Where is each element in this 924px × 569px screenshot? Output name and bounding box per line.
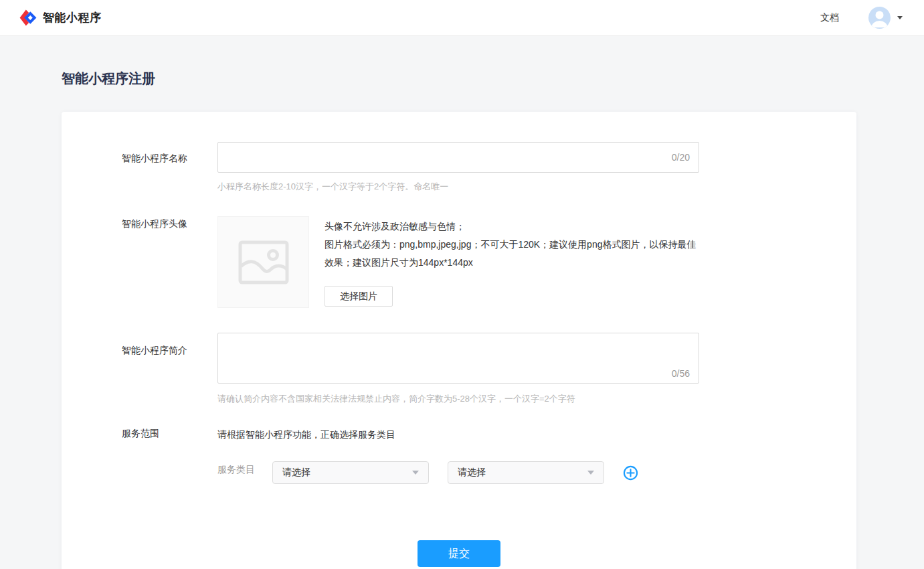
choose-image-button[interactable]: 选择图片 [325,286,393,307]
main-content: 智能小程序注册 智能小程序名称 0/20 小程序名称长度2-10汉字，一个汉字等… [0,70,924,569]
avatar-rule-line: 头像不允许涉及政治敏感与色情； [325,218,697,236]
brand-title: 智能小程序 [43,10,102,25]
brand: 智能小程序 [19,9,102,27]
category-label: 服务类目 [217,461,255,476]
intro-hint: 请确认简介内容不含国家相关法律法规禁止内容，简介字数为5-28个汉字，一个汉字=… [217,393,699,405]
submit-button[interactable]: 提交 [418,540,500,567]
form-row-name: 智能小程序名称 0/20 小程序名称长度2-10汉字，一个汉字等于2个字符。命名… [122,142,856,193]
image-placeholder-icon [238,240,290,285]
header-actions: 文档 [820,7,903,29]
avatar-label: 智能小程序头像 [122,216,217,308]
form-row-scope: 服务范围 请根据智能小程序功能，正确选择服务类目 服务类目 请选择 请选择 [122,428,856,484]
smart-program-logo-icon [19,9,37,27]
chevron-down-icon [897,16,903,19]
form-row-intro: 智能小程序简介 0/56 请确认简介内容不含国家相关法律法规禁止内容，简介字数为… [122,333,856,405]
name-label: 智能小程序名称 [122,142,217,193]
category-select-2-value: 请选择 [458,467,486,479]
category-select-2[interactable]: 请选择 [448,461,604,484]
form-row-avatar: 智能小程序头像 头像不允许涉及政治敏感与色情； 图片格式必须为：png,bmp,… [122,216,856,308]
account-menu[interactable] [868,7,903,29]
app-name-input[interactable] [217,142,699,173]
select-caret-icon [412,471,419,475]
add-category-button[interactable] [622,465,638,481]
avatar-rules: 头像不允许涉及政治敏感与色情； 图片格式必须为：png,bmp,jpeg,jpg… [325,216,697,272]
scope-instruction: 请根据智能小程序功能，正确选择服务类目 [217,428,638,441]
user-icon [868,7,891,29]
avatar-upload-placeholder[interactable] [217,216,309,308]
name-hint: 小程序名称长度2-10汉字，一个汉字等于2个字符。命名唯一 [217,181,699,193]
plus-circle-icon [623,465,638,481]
intro-label: 智能小程序简介 [122,333,217,405]
page-title: 智能小程序注册 [62,70,924,88]
scope-label: 服务范围 [122,428,217,484]
select-caret-icon [587,471,594,475]
submit-row: 提交 [62,540,856,567]
user-avatar[interactable] [868,7,891,29]
docs-link[interactable]: 文档 [820,12,839,24]
app-intro-textarea[interactable] [217,333,699,384]
category-select-1[interactable]: 请选择 [272,461,429,484]
top-header: 智能小程序 文档 [0,0,924,36]
registration-form-card: 智能小程序名称 0/20 小程序名称长度2-10汉字，一个汉字等于2个字符。命名… [62,112,856,569]
category-select-1-value: 请选择 [282,467,310,479]
avatar-rule-line: 图片格式必须为：png,bmp,jpeg,jpg；不可大于120K；建议使用pn… [325,236,697,272]
category-row: 服务类目 请选择 请选择 [217,461,638,484]
